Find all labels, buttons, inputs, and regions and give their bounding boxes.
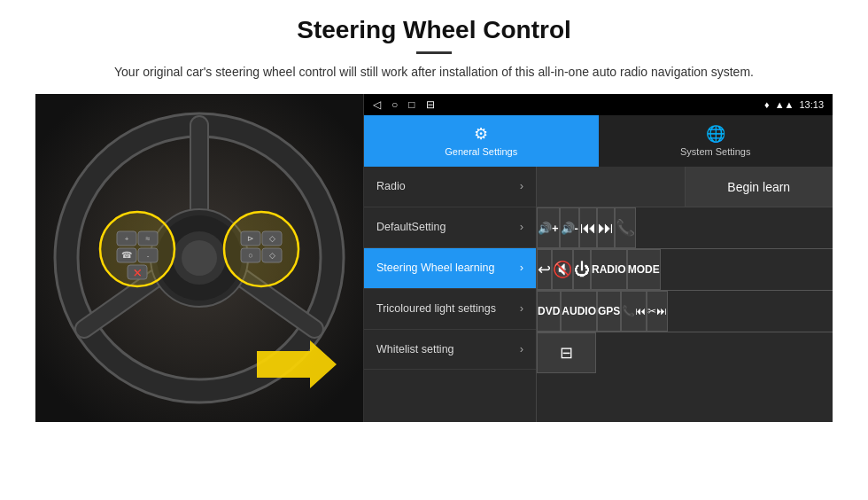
svg-text:≈: ≈: [146, 234, 151, 243]
chevron-icon: ›: [520, 261, 523, 276]
menu-list: Radio › DefaultSetting › Steering Wheel …: [364, 167, 537, 422]
volume-down-button[interactable]: 🔊-: [560, 207, 579, 248]
tab-system[interactable]: 🌐 System Settings: [599, 115, 833, 167]
chevron-icon: ›: [520, 301, 523, 316]
gear-icon: ⚙: [474, 124, 488, 144]
button-row-1: 🔊+ 🔊- ⏮ ⏭ 📞: [537, 207, 833, 249]
content-area: + ≈ ☎ - ❌ ⊳ ◇ ○ ◇: [35, 94, 833, 422]
android-main: Radio › DefaultSetting › Steering Wheel …: [364, 167, 833, 422]
power-button[interactable]: ⏻: [573, 249, 591, 290]
chevron-icon: ›: [520, 342, 523, 357]
gps-button[interactable]: GPS: [597, 291, 621, 332]
android-ui: ◁ ○ □ ⊟ ♦ ▲▲ 13:13 ⚙ General Settings: [363, 94, 833, 422]
location-icon: ♦: [764, 99, 770, 110]
empty-box: [537, 167, 686, 207]
menu-item-radio[interactable]: Radio ›: [364, 167, 536, 207]
svg-text:-: -: [147, 252, 150, 260]
nav-menu[interactable]: ⊟: [426, 98, 435, 111]
prev-button[interactable]: ⏮: [579, 207, 597, 248]
signal-icon: ▲▲: [775, 99, 794, 110]
status-bar-nav: ◁ ○ □ ⊟: [373, 98, 435, 111]
cut-next-button[interactable]: ✂⏭: [647, 291, 668, 332]
chevron-icon: ›: [520, 220, 523, 235]
controls-panel: Begin learn 🔊+ 🔊- ⏮ ⏭ 📞 ↩ 🔇 ⏻: [537, 167, 833, 422]
svg-text:◇: ◇: [269, 251, 275, 260]
menu-item-default[interactable]: DefaultSetting ›: [364, 207, 536, 248]
status-bar-right: ♦ ▲▲ 13:13: [764, 99, 824, 110]
menu-item-tricoloured[interactable]: Tricoloured light settings ›: [364, 289, 536, 330]
button-row-4: ⊟: [537, 332, 833, 373]
back-call-button[interactable]: ↩: [537, 249, 552, 290]
tab-system-label: System Settings: [680, 146, 750, 157]
chevron-icon: ›: [520, 179, 523, 194]
svg-text:❌: ❌: [134, 269, 142, 277]
next-button[interactable]: ⏭: [597, 207, 615, 248]
tab-bar: ⚙ General Settings 🌐 System Settings: [364, 115, 833, 167]
clock: 13:13: [799, 99, 824, 110]
radio-button[interactable]: RADIO: [591, 249, 627, 290]
svg-point-28: [224, 212, 298, 286]
title-divider: [416, 51, 452, 54]
globe-icon: 🌐: [706, 124, 725, 144]
page-subtitle: Your original car's steering wheel contr…: [102, 63, 766, 82]
mute-button[interactable]: 🔇: [552, 249, 573, 290]
page-wrapper: Steering Wheel Control Your original car…: [0, 0, 868, 431]
nav-recents[interactable]: □: [408, 98, 415, 111]
button-row-2: ↩ 🔇 ⏻ RADIO MODE: [537, 249, 833, 291]
svg-point-16: [182, 240, 217, 276]
tab-general[interactable]: ⚙ General Settings: [364, 115, 599, 167]
volume-up-button[interactable]: 🔊+: [537, 207, 560, 248]
car-image: + ≈ ☎ - ❌ ⊳ ◇ ○ ◇: [35, 94, 363, 422]
button-row-3: DVD AUDIO GPS 📞⏮ ✂⏭: [537, 291, 833, 332]
tab-general-label: General Settings: [445, 146, 517, 157]
nav-home[interactable]: ○: [391, 98, 398, 111]
audio-button[interactable]: AUDIO: [561, 291, 597, 332]
top-controls: Begin learn: [537, 167, 833, 207]
begin-learn-button[interactable]: Begin learn: [686, 167, 833, 207]
menu-button[interactable]: ⊟: [537, 332, 596, 373]
status-bar: ◁ ○ □ ⊟ ♦ ▲▲ 13:13: [364, 94, 833, 115]
dvd-button[interactable]: DVD: [537, 291, 561, 332]
svg-text:☎: ☎: [121, 250, 132, 260]
page-title: Steering Wheel Control: [35, 16, 833, 44]
svg-text:+: +: [125, 235, 129, 243]
title-section: Steering Wheel Control Your original car…: [35, 16, 833, 82]
menu-item-whitelist[interactable]: Whitelist setting ›: [364, 330, 536, 371]
mode-button[interactable]: MODE: [627, 249, 661, 290]
svg-text:○: ○: [248, 251, 252, 260]
menu-item-steering[interactable]: Steering Wheel learning ›: [364, 248, 536, 289]
phone-button[interactable]: 📞: [615, 207, 636, 248]
nav-back[interactable]: ◁: [373, 98, 381, 111]
phone-prev-button[interactable]: 📞⏮: [621, 291, 647, 332]
svg-text:⊳: ⊳: [247, 234, 254, 243]
svg-text:◇: ◇: [269, 234, 275, 243]
